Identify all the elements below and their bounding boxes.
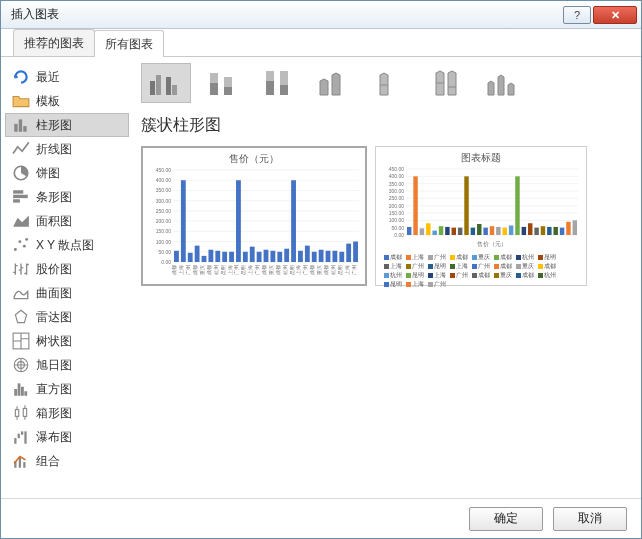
sidebar-item-label: 折线图: [36, 141, 72, 158]
sidebar-item-treemap[interactable]: 树状图: [5, 329, 129, 353]
subtype-100stacked-column[interactable]: [253, 63, 303, 103]
svg-rect-38: [280, 85, 288, 95]
surface-chart-icon: [12, 285, 30, 301]
histogram-chart-icon: [12, 381, 30, 397]
svg-text:上海: 上海: [178, 265, 184, 275]
tab-row: 推荐的图表 所有图表: [1, 29, 641, 57]
sidebar-item-column[interactable]: 柱形图: [5, 113, 129, 137]
svg-rect-159: [573, 220, 577, 235]
sidebar-item-label: 曲面图: [36, 285, 72, 302]
svg-rect-77: [236, 180, 241, 262]
sidebar-item-stock[interactable]: 股价图: [5, 257, 129, 281]
svg-text:重庆: 重庆: [199, 265, 205, 275]
stock-chart-icon: [12, 261, 30, 277]
svg-rect-139: [445, 227, 449, 235]
svg-text:重庆: 重庆: [316, 265, 322, 275]
sidebar-item-sunburst[interactable]: 旭日图: [5, 353, 129, 377]
svg-rect-36: [266, 81, 274, 95]
svg-rect-156: [553, 227, 557, 235]
preview-2[interactable]: 图表标题 0.0050.00100.00150.00200.00250.0030…: [375, 146, 587, 286]
svg-rect-17: [24, 391, 27, 396]
sidebar-item-label: 模板: [36, 93, 60, 110]
svg-text:350.00: 350.00: [389, 181, 405, 187]
pie-chart-icon: [12, 165, 30, 181]
sidebar-item-label: 树状图: [36, 333, 72, 350]
svg-text:成都: 成都: [309, 265, 315, 275]
svg-rect-107: [339, 252, 344, 262]
sidebar-item-line[interactable]: 折线图: [5, 137, 129, 161]
svg-rect-15: [18, 383, 21, 395]
sidebar-item-label: 旭日图: [36, 357, 72, 374]
svg-rect-30: [172, 85, 177, 95]
svg-rect-19: [23, 409, 26, 417]
sidebar-item-box[interactable]: 箱形图: [5, 401, 129, 425]
svg-rect-59: [174, 251, 179, 262]
svg-rect-69: [208, 250, 213, 262]
sidebar-item-label: 股价图: [36, 261, 72, 278]
subtype-3d-column[interactable]: [477, 63, 527, 103]
sidebar-item-radar[interactable]: 雷达图: [5, 305, 129, 329]
sidebar-item-area[interactable]: 面积图: [5, 209, 129, 233]
ok-button[interactable]: 确定: [469, 507, 543, 531]
main-panel: 簇状柱形图 售价（元） 0.0050.00100.00150.00200.002…: [133, 57, 641, 498]
subtype-row: [141, 63, 627, 103]
svg-text:昆明: 昆明: [337, 265, 343, 275]
svg-rect-93: [291, 180, 296, 262]
svg-rect-99: [312, 252, 317, 262]
sidebar-item-label: 组合: [36, 453, 60, 470]
svg-rect-5: [13, 195, 28, 198]
tab-all[interactable]: 所有图表: [94, 30, 164, 57]
help-button[interactable]: ?: [563, 6, 591, 24]
svg-text:上海: 上海: [344, 265, 350, 275]
svg-rect-26: [23, 462, 25, 468]
svg-text:成都: 成都: [206, 265, 212, 275]
sidebar-item-bar[interactable]: 条形图: [5, 185, 129, 209]
svg-text:250.00: 250.00: [156, 208, 172, 214]
sidebar-item-label: 面积图: [36, 213, 72, 230]
sidebar-item-surface[interactable]: 曲面图: [5, 281, 129, 305]
preview-1[interactable]: 售价（元） 0.0050.00100.00150.00200.00250.003…: [141, 146, 367, 286]
subtype-3d-100stacked-column[interactable]: [421, 63, 471, 103]
svg-rect-158: [566, 222, 570, 235]
sidebar-item-histogram[interactable]: 直方图: [5, 377, 129, 401]
svg-rect-22: [21, 431, 23, 434]
preview-row: 售价（元） 0.0050.00100.00150.00200.00250.003…: [141, 146, 627, 286]
close-button[interactable]: ✕: [593, 6, 637, 24]
sidebar-item-recent[interactable]: 最近: [5, 65, 129, 89]
svg-rect-103: [326, 251, 331, 262]
folder-icon: [12, 93, 30, 109]
svg-rect-105: [332, 251, 337, 262]
svg-rect-89: [277, 252, 282, 262]
sidebar-item-templates[interactable]: 模板: [5, 89, 129, 113]
sidebar-item-label: 最近: [36, 69, 60, 86]
sidebar-item-label: 雷达图: [36, 309, 72, 326]
subtype-3d-clustered-column[interactable]: [309, 63, 359, 103]
svg-text:50.00: 50.00: [391, 225, 404, 231]
subtype-3d-stacked-column[interactable]: [365, 63, 415, 103]
sidebar-item-pie[interactable]: 饼图: [5, 161, 129, 185]
svg-rect-145: [483, 228, 487, 235]
svg-rect-18: [15, 410, 18, 417]
svg-rect-79: [243, 252, 248, 262]
insert-chart-dialog: 插入图表 ? ✕ 推荐的图表 所有图表 最近 模板 柱形图 折线图 饼图 条形图…: [0, 0, 642, 539]
sidebar-item-scatter[interactable]: X Y 散点图: [5, 233, 129, 257]
svg-rect-14: [14, 389, 17, 396]
svg-rect-85: [264, 250, 269, 262]
combo-chart-icon: [12, 453, 30, 469]
svg-rect-153: [534, 228, 538, 235]
svg-text:350.00: 350.00: [156, 187, 172, 193]
waterfall-chart-icon: [12, 429, 30, 445]
svg-rect-1: [19, 119, 22, 131]
svg-text:广州: 广州: [233, 265, 239, 275]
sidebar-item-combo[interactable]: 组合: [5, 449, 129, 473]
subtype-stacked-column[interactable]: [197, 63, 247, 103]
svg-rect-138: [439, 226, 443, 235]
dialog-footer: 确定 取消: [1, 498, 641, 538]
svg-text:杭州: 杭州: [282, 265, 288, 276]
subtype-clustered-column[interactable]: [141, 63, 191, 103]
svg-text:广州: 广州: [351, 265, 357, 275]
tab-recommended[interactable]: 推荐的图表: [13, 29, 95, 56]
sidebar-item-waterfall[interactable]: 瀑布图: [5, 425, 129, 449]
cancel-button[interactable]: 取消: [553, 507, 627, 531]
column-chart-icon: [12, 117, 30, 133]
